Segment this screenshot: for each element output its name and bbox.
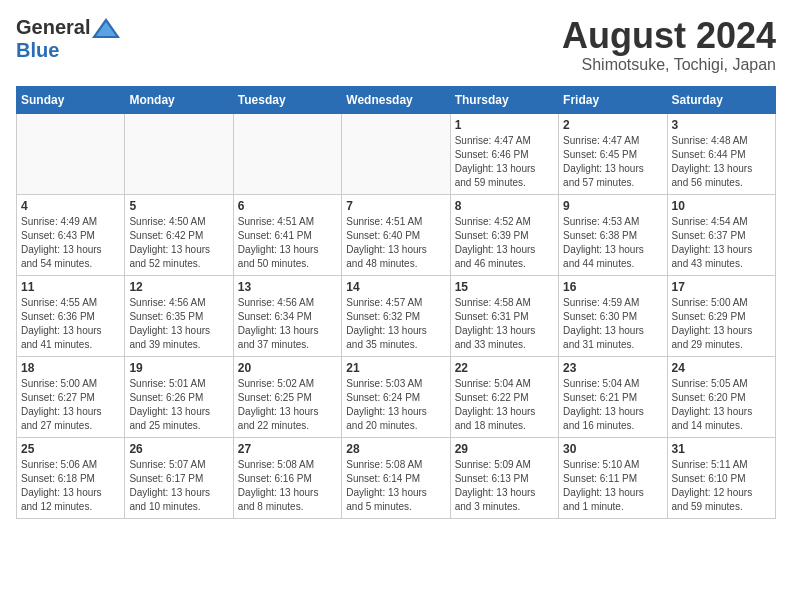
calendar-cell: 19Sunrise: 5:01 AM Sunset: 6:26 PM Dayli… xyxy=(125,356,233,437)
calendar-cell: 28Sunrise: 5:08 AM Sunset: 6:14 PM Dayli… xyxy=(342,437,450,518)
calendar-cell: 29Sunrise: 5:09 AM Sunset: 6:13 PM Dayli… xyxy=(450,437,558,518)
day-number: 6 xyxy=(238,199,337,213)
calendar-cell xyxy=(233,113,341,194)
calendar-cell xyxy=(342,113,450,194)
day-info: Sunrise: 5:04 AM Sunset: 6:22 PM Dayligh… xyxy=(455,377,554,433)
day-info: Sunrise: 4:49 AM Sunset: 6:43 PM Dayligh… xyxy=(21,215,120,271)
day-info: Sunrise: 5:10 AM Sunset: 6:11 PM Dayligh… xyxy=(563,458,662,514)
day-number: 19 xyxy=(129,361,228,375)
calendar-week-row-2: 4Sunrise: 4:49 AM Sunset: 6:43 PM Daylig… xyxy=(17,194,776,275)
logo: General Blue xyxy=(16,16,120,62)
day-number: 18 xyxy=(21,361,120,375)
day-number: 10 xyxy=(672,199,771,213)
logo-blue-text: Blue xyxy=(16,39,59,62)
day-info: Sunrise: 4:59 AM Sunset: 6:30 PM Dayligh… xyxy=(563,296,662,352)
calendar-cell: 14Sunrise: 4:57 AM Sunset: 6:32 PM Dayli… xyxy=(342,275,450,356)
day-number: 12 xyxy=(129,280,228,294)
day-number: 17 xyxy=(672,280,771,294)
day-number: 26 xyxy=(129,442,228,456)
weekday-header-wednesday: Wednesday xyxy=(342,86,450,113)
weekday-header-sunday: Sunday xyxy=(17,86,125,113)
calendar-cell: 6Sunrise: 4:51 AM Sunset: 6:41 PM Daylig… xyxy=(233,194,341,275)
calendar-cell: 3Sunrise: 4:48 AM Sunset: 6:44 PM Daylig… xyxy=(667,113,775,194)
calendar-cell xyxy=(125,113,233,194)
day-number: 13 xyxy=(238,280,337,294)
day-number: 2 xyxy=(563,118,662,132)
calendar-cell: 16Sunrise: 4:59 AM Sunset: 6:30 PM Dayli… xyxy=(559,275,667,356)
day-number: 25 xyxy=(21,442,120,456)
day-number: 24 xyxy=(672,361,771,375)
day-number: 29 xyxy=(455,442,554,456)
calendar-cell: 30Sunrise: 5:10 AM Sunset: 6:11 PM Dayli… xyxy=(559,437,667,518)
calendar-table: SundayMondayTuesdayWednesdayThursdayFrid… xyxy=(16,86,776,519)
day-info: Sunrise: 5:09 AM Sunset: 6:13 PM Dayligh… xyxy=(455,458,554,514)
calendar-cell: 25Sunrise: 5:06 AM Sunset: 6:18 PM Dayli… xyxy=(17,437,125,518)
calendar-cell: 13Sunrise: 4:56 AM Sunset: 6:34 PM Dayli… xyxy=(233,275,341,356)
calendar-cell: 24Sunrise: 5:05 AM Sunset: 6:20 PM Dayli… xyxy=(667,356,775,437)
day-info: Sunrise: 4:51 AM Sunset: 6:40 PM Dayligh… xyxy=(346,215,445,271)
day-number: 1 xyxy=(455,118,554,132)
day-number: 21 xyxy=(346,361,445,375)
calendar-cell: 23Sunrise: 5:04 AM Sunset: 6:21 PM Dayli… xyxy=(559,356,667,437)
day-number: 3 xyxy=(672,118,771,132)
day-info: Sunrise: 5:04 AM Sunset: 6:21 PM Dayligh… xyxy=(563,377,662,433)
calendar-cell: 4Sunrise: 4:49 AM Sunset: 6:43 PM Daylig… xyxy=(17,194,125,275)
calendar-week-row-5: 25Sunrise: 5:06 AM Sunset: 6:18 PM Dayli… xyxy=(17,437,776,518)
calendar-cell: 27Sunrise: 5:08 AM Sunset: 6:16 PM Dayli… xyxy=(233,437,341,518)
day-number: 8 xyxy=(455,199,554,213)
calendar-cell: 17Sunrise: 5:00 AM Sunset: 6:29 PM Dayli… xyxy=(667,275,775,356)
day-info: Sunrise: 4:50 AM Sunset: 6:42 PM Dayligh… xyxy=(129,215,228,271)
header: General Blue August 2024 Shimotsuke, Toc… xyxy=(16,16,776,74)
calendar-week-row-4: 18Sunrise: 5:00 AM Sunset: 6:27 PM Dayli… xyxy=(17,356,776,437)
day-info: Sunrise: 5:11 AM Sunset: 6:10 PM Dayligh… xyxy=(672,458,771,514)
day-number: 20 xyxy=(238,361,337,375)
day-info: Sunrise: 4:58 AM Sunset: 6:31 PM Dayligh… xyxy=(455,296,554,352)
calendar-week-row-1: 1Sunrise: 4:47 AM Sunset: 6:46 PM Daylig… xyxy=(17,113,776,194)
day-info: Sunrise: 5:01 AM Sunset: 6:26 PM Dayligh… xyxy=(129,377,228,433)
calendar-cell: 7Sunrise: 4:51 AM Sunset: 6:40 PM Daylig… xyxy=(342,194,450,275)
day-number: 7 xyxy=(346,199,445,213)
weekday-header-row: SundayMondayTuesdayWednesdayThursdayFrid… xyxy=(17,86,776,113)
day-number: 23 xyxy=(563,361,662,375)
day-info: Sunrise: 4:47 AM Sunset: 6:45 PM Dayligh… xyxy=(563,134,662,190)
day-info: Sunrise: 5:00 AM Sunset: 6:29 PM Dayligh… xyxy=(672,296,771,352)
calendar-cell: 5Sunrise: 4:50 AM Sunset: 6:42 PM Daylig… xyxy=(125,194,233,275)
day-info: Sunrise: 4:53 AM Sunset: 6:38 PM Dayligh… xyxy=(563,215,662,271)
day-info: Sunrise: 5:05 AM Sunset: 6:20 PM Dayligh… xyxy=(672,377,771,433)
day-number: 14 xyxy=(346,280,445,294)
day-info: Sunrise: 4:57 AM Sunset: 6:32 PM Dayligh… xyxy=(346,296,445,352)
calendar-cell: 18Sunrise: 5:00 AM Sunset: 6:27 PM Dayli… xyxy=(17,356,125,437)
calendar-cell: 8Sunrise: 4:52 AM Sunset: 6:39 PM Daylig… xyxy=(450,194,558,275)
logo-general-text: General xyxy=(16,16,90,39)
calendar-cell: 20Sunrise: 5:02 AM Sunset: 6:25 PM Dayli… xyxy=(233,356,341,437)
day-info: Sunrise: 4:52 AM Sunset: 6:39 PM Dayligh… xyxy=(455,215,554,271)
day-info: Sunrise: 5:08 AM Sunset: 6:14 PM Dayligh… xyxy=(346,458,445,514)
day-info: Sunrise: 4:56 AM Sunset: 6:34 PM Dayligh… xyxy=(238,296,337,352)
calendar-cell: 10Sunrise: 4:54 AM Sunset: 6:37 PM Dayli… xyxy=(667,194,775,275)
day-number: 4 xyxy=(21,199,120,213)
weekday-header-monday: Monday xyxy=(125,86,233,113)
day-number: 27 xyxy=(238,442,337,456)
day-info: Sunrise: 5:03 AM Sunset: 6:24 PM Dayligh… xyxy=(346,377,445,433)
day-info: Sunrise: 5:08 AM Sunset: 6:16 PM Dayligh… xyxy=(238,458,337,514)
calendar-cell: 12Sunrise: 4:56 AM Sunset: 6:35 PM Dayli… xyxy=(125,275,233,356)
calendar-cell: 2Sunrise: 4:47 AM Sunset: 6:45 PM Daylig… xyxy=(559,113,667,194)
day-number: 5 xyxy=(129,199,228,213)
day-number: 9 xyxy=(563,199,662,213)
day-number: 22 xyxy=(455,361,554,375)
day-number: 31 xyxy=(672,442,771,456)
title-area: August 2024 Shimotsuke, Tochigi, Japan xyxy=(562,16,776,74)
weekday-header-thursday: Thursday xyxy=(450,86,558,113)
calendar-cell: 15Sunrise: 4:58 AM Sunset: 6:31 PM Dayli… xyxy=(450,275,558,356)
day-info: Sunrise: 4:51 AM Sunset: 6:41 PM Dayligh… xyxy=(238,215,337,271)
day-info: Sunrise: 4:47 AM Sunset: 6:46 PM Dayligh… xyxy=(455,134,554,190)
calendar-cell: 9Sunrise: 4:53 AM Sunset: 6:38 PM Daylig… xyxy=(559,194,667,275)
day-number: 15 xyxy=(455,280,554,294)
calendar-week-row-3: 11Sunrise: 4:55 AM Sunset: 6:36 PM Dayli… xyxy=(17,275,776,356)
day-info: Sunrise: 4:54 AM Sunset: 6:37 PM Dayligh… xyxy=(672,215,771,271)
calendar-cell: 31Sunrise: 5:11 AM Sunset: 6:10 PM Dayli… xyxy=(667,437,775,518)
calendar-cell: 22Sunrise: 5:04 AM Sunset: 6:22 PM Dayli… xyxy=(450,356,558,437)
day-info: Sunrise: 4:55 AM Sunset: 6:36 PM Dayligh… xyxy=(21,296,120,352)
logo-icon xyxy=(92,18,120,38)
calendar-cell: 11Sunrise: 4:55 AM Sunset: 6:36 PM Dayli… xyxy=(17,275,125,356)
